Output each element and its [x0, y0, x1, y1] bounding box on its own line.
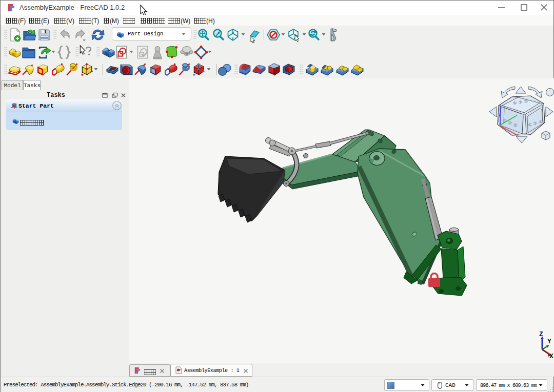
svg-text:Y: Y — [547, 338, 551, 345]
svg-text:X: X — [549, 353, 553, 360]
svg-text:Z: Z — [539, 331, 543, 338]
